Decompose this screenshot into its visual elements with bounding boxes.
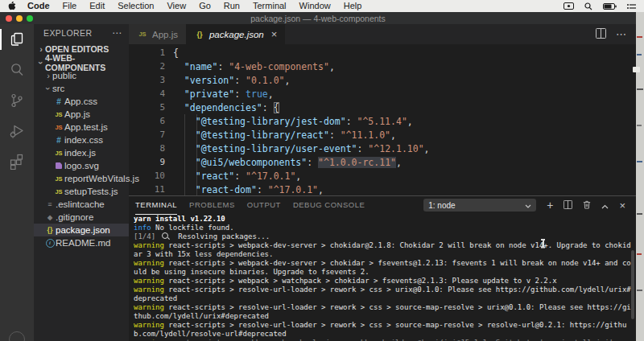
code-line-11: 11 "react-dom": "^17.0.1", xyxy=(129,183,636,195)
new-terminal-button[interactable]: + xyxy=(547,199,553,211)
js-file-icon: JS xyxy=(53,188,64,195)
sidebar-item-source-control[interactable] xyxy=(0,85,34,116)
close-panel-button[interactable]: × xyxy=(619,200,625,211)
menu-item-window[interactable]: Window xyxy=(293,0,337,12)
magnifier-icon xyxy=(162,232,168,239)
sidebar-item-extensions[interactable] xyxy=(0,146,34,177)
panel-header: TERMINALPROBLEMSOUTPUTDEBUG CONSOLE 1: n… xyxy=(129,196,636,214)
tree-item-src[interactable]: ›src xyxy=(34,82,129,95)
line-number: 7 xyxy=(129,129,165,140)
readme-info-icon: i xyxy=(44,239,56,248)
chevron-down-icon xyxy=(525,201,531,210)
tree-item-setuptests.js[interactable]: JSsetupTests.js xyxy=(34,185,129,198)
menu-item-code[interactable]: Code xyxy=(21,0,56,12)
git-file-icon: ◆ xyxy=(44,214,56,221)
js-file-icon: JS xyxy=(53,175,64,183)
display-icon[interactable] xyxy=(564,2,574,10)
terminal-output[interactable]: yarn install v1.22.10info No lockfile fo… xyxy=(134,215,632,341)
split-editor-icon[interactable] xyxy=(596,27,606,42)
menu-item-terminal[interactable]: Terminal xyxy=(246,0,293,12)
terminal-line: warning react-scripts > resolve-url-load… xyxy=(134,303,632,321)
maximize-panel-button[interactable] xyxy=(601,198,609,212)
apple-menu-icon[interactable] xyxy=(8,2,16,10)
code-line-10: 10 "react": "^17.0.1", xyxy=(129,169,636,183)
line-number: 11 xyxy=(129,184,165,195)
tree-item-reportwebvitals.js[interactable]: JSreportWebVitals.js xyxy=(34,172,129,185)
line-number: 9 xyxy=(129,157,165,167)
menu-item-view[interactable]: View xyxy=(160,0,192,12)
mouse-ibeam-cursor xyxy=(540,239,546,249)
account-icon[interactable] xyxy=(9,331,25,341)
terminal-line: warning react-scripts > resolve-url-load… xyxy=(134,321,632,339)
sidebar-more-actions-button[interactable]: ⋯ xyxy=(112,27,122,39)
tab-app.js[interactable]: JSApp.js xyxy=(129,24,186,44)
tree-item-gitignore[interactable]: ◆.gitignore xyxy=(34,211,129,224)
explorer-sidebar: EXPLORER ⋯ › OPEN EDITORS › 4-WEB-COMPON… xyxy=(34,24,129,341)
sidebar-item-run-debug[interactable] xyxy=(0,116,34,146)
source-control-branch-icon xyxy=(9,92,25,109)
tree-item-readme.md[interactable]: iREADME.md xyxy=(34,236,129,249)
js-file-icon: JS xyxy=(53,150,64,157)
activity-bar xyxy=(0,24,34,341)
extensions-icon xyxy=(9,154,25,170)
menu-item-help[interactable]: Help xyxy=(337,0,369,12)
line-number: 8 xyxy=(129,143,165,154)
line-number: 2 xyxy=(129,61,165,72)
terminal-panel: TERMINALPROBLEMSOUTPUTDEBUG CONSOLE 1: n… xyxy=(129,195,636,341)
terminal-shell-selector[interactable]: 1: node xyxy=(423,199,536,212)
background-window-fragment xyxy=(633,67,640,72)
sidebar-item-explorer[interactable] xyxy=(0,24,34,55)
menu-item-file[interactable]: File xyxy=(56,0,84,12)
json-file-icon: {} xyxy=(44,226,56,234)
tree-item-app.js[interactable]: JSApp.js xyxy=(34,108,129,121)
css-file-icon: # xyxy=(53,136,64,145)
spotlight-search-icon[interactable] xyxy=(584,2,592,10)
tree-item-package.json[interactable]: {}package.json xyxy=(34,224,129,236)
code-line-7: 7 "@testing-library/react": "^11.1.0", xyxy=(129,128,636,142)
js-test-file-icon: JS xyxy=(53,124,64,131)
macos-menu-bar: CodeFileEditSelectionViewGoRunTerminalWi… xyxy=(0,0,644,12)
json-file-icon: {} xyxy=(194,31,205,39)
workspace-root-section[interactable]: › 4-WEB-COMPONENTS xyxy=(34,55,129,69)
tree-item-app.test.js[interactable]: JSApp.test.js xyxy=(34,121,129,134)
css-file-icon: # xyxy=(53,97,64,106)
files-icon xyxy=(9,31,25,47)
sidebar-item-search[interactable] xyxy=(0,55,34,85)
search-icon xyxy=(9,62,25,78)
panel-tab-problems[interactable]: PROBLEMS xyxy=(189,196,235,214)
kill-terminal-button[interactable] xyxy=(583,198,591,212)
sidebar-title: EXPLORER xyxy=(43,28,92,38)
code-line-4: 4 "private": true, xyxy=(129,87,636,101)
close-tab-icon[interactable]: × xyxy=(271,28,278,40)
panel-tab-output[interactable]: OUTPUT xyxy=(247,196,281,214)
code-line-1: 1{ xyxy=(129,46,636,60)
window-title: package.json — 4-web-components xyxy=(0,14,636,23)
battery-icon[interactable] xyxy=(603,3,617,10)
line-number: 3 xyxy=(129,75,165,85)
code-line-2: 2 "name": "4-web-components", xyxy=(129,60,636,73)
tree-item-index.css[interactable]: #index.css xyxy=(34,134,129,146)
menu-item-selection[interactable]: Selection xyxy=(111,0,160,12)
menu-item-go[interactable]: Go xyxy=(192,0,217,12)
tree-item-index.js[interactable]: JSindex.js xyxy=(34,146,129,159)
code-line-8: 8 "@testing-library/user-event": "^12.1.… xyxy=(129,142,636,155)
tab-package.json[interactable]: {}package.json× xyxy=(186,24,285,44)
code-editor[interactable]: 1{2 "name": "4-web-components",3 "versio… xyxy=(129,44,636,195)
line-number: 1 xyxy=(129,47,165,58)
chevron-down-icon: › xyxy=(43,84,53,92)
split-terminal-button[interactable] xyxy=(564,198,572,212)
code-line-9: 9 "@ui5/webcomponents": "^1.0.0-rc.11", xyxy=(129,155,636,169)
panel-tab-terminal[interactable]: TERMINAL xyxy=(135,196,177,215)
tree-item-logo.svg[interactable]: logo.svg xyxy=(34,159,129,172)
terminal-scrollbar[interactable] xyxy=(631,250,634,319)
menu-item-run[interactable]: Run xyxy=(217,0,246,12)
menu-list-icon[interactable] xyxy=(627,3,636,10)
panel-tab-debug-console[interactable]: DEBUG CONSOLE xyxy=(293,196,365,214)
terminal-line: warning react-scripts > webpack-dev-serv… xyxy=(134,241,632,259)
tree-item-eslintcache[interactable]: ≡.eslintcache xyxy=(34,198,129,211)
terminal-line: info No lockfile found. xyxy=(134,224,632,232)
menu-item-edit[interactable]: Edit xyxy=(83,0,111,12)
tree-item-app.css[interactable]: #App.css xyxy=(34,95,129,108)
editor-more-actions-icon[interactable]: ⋯ xyxy=(616,28,626,40)
code-line-5: 5 "dependencies": { xyxy=(129,101,636,114)
